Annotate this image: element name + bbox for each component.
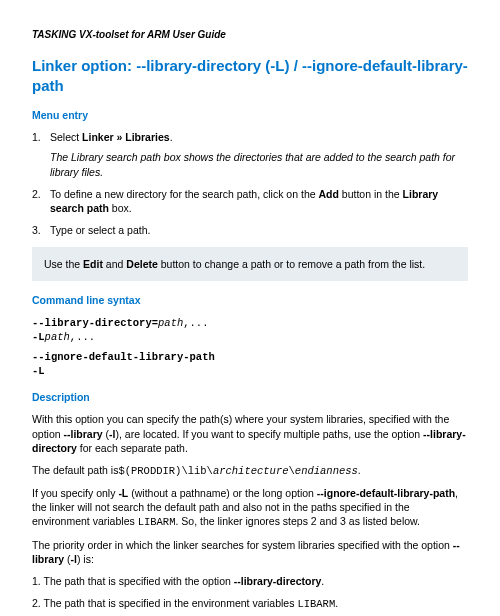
- step-body: Select Linker » Libraries. The Library s…: [50, 130, 468, 179]
- text: for each separate path.: [77, 442, 188, 454]
- text: .: [321, 575, 324, 587]
- heading-syntax: Command line syntax: [32, 293, 468, 307]
- desc-o1: 1. The path that is specified with the o…: [32, 574, 468, 588]
- mono-italic: architecture: [213, 465, 289, 477]
- step-num: 3.: [32, 223, 50, 237]
- bold: Linker » Libraries: [82, 131, 170, 143]
- menu-entry-steps: 1. Select Linker » Libraries. The Librar…: [32, 130, 468, 237]
- step-2: 2. To define a new directory for the sea…: [32, 187, 468, 215]
- code: ,...: [183, 317, 208, 329]
- desc-p1: With this option you can specify the pat…: [32, 412, 468, 455]
- text: and: [103, 258, 126, 270]
- bold: --library: [64, 428, 103, 440]
- text: 1. The path that is specified with the o…: [32, 575, 234, 587]
- step-num: 2.: [32, 187, 50, 215]
- heading-description: Description: [32, 390, 468, 404]
- text: .: [335, 597, 338, 609]
- mono: LIBARM: [138, 516, 176, 528]
- text: 2. The path that is specified in the env…: [32, 597, 297, 609]
- text: .: [358, 464, 361, 476]
- text: To define a new directory for the search…: [50, 188, 318, 200]
- desc-p2: The default path is$(PRODDIR)\lib\archit…: [32, 463, 468, 478]
- step-note: The Library search path box shows the di…: [50, 150, 468, 178]
- bold: -L: [118, 487, 128, 499]
- text: box.: [109, 202, 132, 214]
- text: ) is:: [77, 553, 94, 565]
- bold: Add: [318, 188, 338, 200]
- text: Use the: [44, 258, 83, 270]
- step-body: Type or select a path.: [50, 223, 468, 237]
- text: ), are located. If you want to specify m…: [115, 428, 423, 440]
- bold: Delete: [126, 258, 158, 270]
- code-italic: path: [158, 317, 183, 329]
- bold: --ignore-default-library-path: [317, 487, 455, 499]
- text: (without a pathname) or the long option: [128, 487, 317, 499]
- mono: LIBARM: [297, 598, 335, 610]
- text: Select: [50, 131, 82, 143]
- syntax-code-2: --ignore-default-library-path -L: [32, 350, 468, 378]
- text: button to change a path or to remove a p…: [158, 258, 425, 270]
- page-title: Linker option: --library-directory (-L) …: [32, 56, 468, 97]
- code: ,...: [70, 331, 95, 343]
- text: . So, the linker ignores steps 2 and 3 a…: [175, 515, 420, 527]
- code-bold: --library-directory=: [32, 317, 158, 329]
- desc-p3: If you specify only -L (without a pathna…: [32, 486, 468, 530]
- bold: Edit: [83, 258, 103, 270]
- step-1: 1. Select Linker » Libraries. The Librar…: [32, 130, 468, 179]
- desc-p4: The priority order in which the linker s…: [32, 538, 468, 566]
- text: button in the: [339, 188, 403, 200]
- code-italic: path: [45, 331, 70, 343]
- code-bold: -L: [32, 365, 45, 377]
- text: The priority order in which the linker s…: [32, 539, 453, 551]
- header-guide: TASKING VX-toolset for ARM User Guide: [32, 28, 468, 42]
- code-bold: --ignore-default-library-path: [32, 351, 215, 363]
- step-3: 3. Type or select a path.: [32, 223, 468, 237]
- step-num: 1.: [32, 130, 50, 179]
- mono: $(PRODDIR)\lib\: [118, 465, 213, 477]
- text: .: [170, 131, 173, 143]
- desc-o2: 2. The path that is specified in the env…: [32, 596, 468, 611]
- mono-italic: endianness: [295, 465, 358, 477]
- bold: --library-directory: [234, 575, 322, 587]
- heading-menu-entry: Menu entry: [32, 108, 468, 122]
- text: The default path is: [32, 464, 118, 476]
- note-box: Use the Edit and Delete button to change…: [32, 247, 468, 281]
- step-body: To define a new directory for the search…: [50, 187, 468, 215]
- syntax-code: --library-directory=path,... -Lpath,...: [32, 316, 468, 344]
- text: If you specify only: [32, 487, 118, 499]
- code-bold: -L: [32, 331, 45, 343]
